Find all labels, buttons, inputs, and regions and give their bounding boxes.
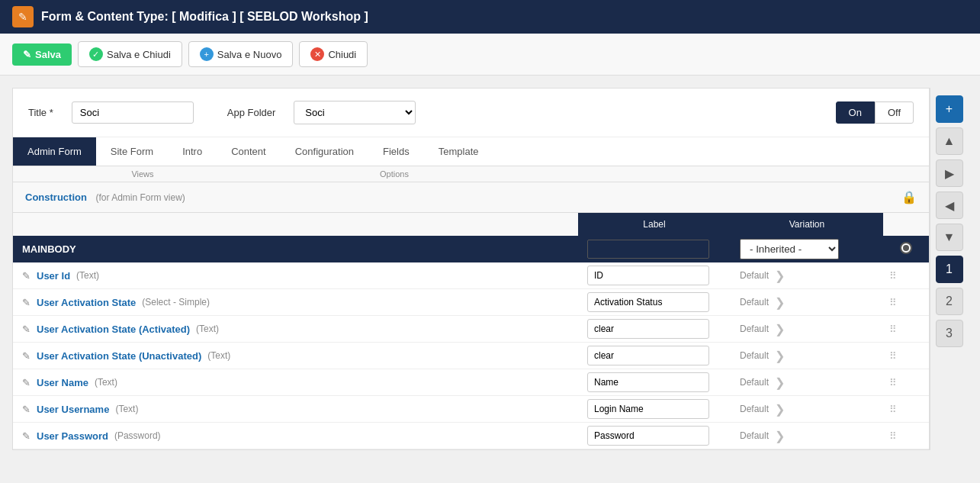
on-button[interactable]: On [836, 101, 875, 124]
move-up-button[interactable]: ▲ [936, 127, 963, 155]
table-row: ✎ User Activation State (Unactivated) (T… [13, 343, 929, 369]
row-field-type-3: (Text) [207, 350, 230, 361]
row-drag-icon-0[interactable]: ⠿ [889, 270, 897, 282]
row-edit-icon-5[interactable]: ✎ [22, 404, 31, 415]
row-drag-icon-4[interactable]: ⠿ [889, 377, 897, 388]
title-input[interactable] [72, 101, 194, 124]
row-label-input-3[interactable] [587, 346, 709, 365]
close-button[interactable]: ✕ Chiudi [299, 41, 368, 67]
row-edit-icon-6[interactable]: ✎ [22, 430, 31, 442]
row-label-cell-2 [578, 316, 731, 342]
row-edit-icon-0[interactable]: ✎ [22, 270, 31, 282]
toolbar: ✎ Salva ✓ Salva e Chiudi + Salva e Nuovo… [0, 34, 980, 76]
save-close-button[interactable]: ✓ Salva e Chiudi [78, 41, 182, 67]
move-left-button[interactable]: ◀ [936, 192, 963, 219]
mainbody-variation-select[interactable]: - Inherited - [740, 239, 839, 259]
tab-fields[interactable]: Fields [368, 137, 424, 166]
add-button[interactable]: + [936, 95, 963, 123]
row-drag-icon-3[interactable]: ⠿ [889, 350, 897, 362]
check-icon: ✓ [89, 47, 103, 61]
tab-intro[interactable]: Intro [168, 137, 217, 166]
row-edit-icon-3[interactable]: ✎ [22, 350, 31, 362]
row-label-input-1[interactable] [587, 292, 709, 312]
row-label-cell-5 [578, 396, 731, 422]
row-variation-cell-5: Default ❯ [731, 399, 883, 420]
save-button[interactable]: ✎ Salva [12, 43, 72, 66]
row-variation-text-1: Default [740, 297, 769, 308]
off-button[interactable]: Off [875, 101, 914, 124]
row-field-type-2: (Text) [196, 324, 219, 334]
move-right-button[interactable]: ▶ [936, 159, 963, 187]
row-expand-icon-2[interactable]: ❯ [775, 322, 785, 336]
tab-configuration[interactable]: Configuration [281, 137, 368, 166]
row-actions-cell-5: ⠿ [883, 401, 929, 418]
row-field-name-3: User Activation State (Unactivated) [37, 350, 201, 362]
row-expand-icon-4[interactable]: ❯ [775, 375, 785, 390]
row-expand-icon-1[interactable]: ❯ [775, 295, 785, 310]
tab-template[interactable]: Template [424, 137, 493, 166]
row-variation-text-2: Default [740, 324, 769, 334]
label-col-header: Label [578, 213, 731, 236]
row-expand-icon-3[interactable]: ❯ [775, 349, 785, 363]
row-variation-text-6: Default [740, 430, 769, 441]
app-folder-label: App Folder [227, 107, 276, 118]
center-panel: Title * App Folder Soci On Off Admin For… [12, 88, 930, 450]
row-drag-icon-6[interactable]: ⠿ [889, 430, 897, 442]
row-expand-icon-5[interactable]: ❯ [775, 402, 785, 417]
row-actions-cell-1: ⠿ [883, 294, 929, 311]
row-field-4: ✎ User Name (Text) [13, 371, 578, 394]
tab-admin-form[interactable]: Admin Form [13, 137, 96, 166]
row-edit-icon-4[interactable]: ✎ [22, 377, 31, 388]
row-edit-icon-2[interactable]: ✎ [22, 324, 31, 335]
close-icon: ✕ [310, 47, 324, 61]
row-field-type-0: (Text) [76, 270, 99, 281]
options-group-label: Options [272, 169, 516, 179]
move-down-button[interactable]: ▼ [936, 224, 963, 251]
row-label-input-2[interactable] [587, 319, 709, 339]
row-field-name-1: User Activation State [37, 297, 136, 308]
row-label-input-5[interactable] [587, 399, 709, 419]
row-actions-cell-3: ⠿ [883, 347, 929, 365]
row-actions-cell-6: ⠿ [883, 427, 929, 445]
mainbody-label-input[interactable] [587, 240, 709, 259]
table-row: ✎ User Activation State (Select - Simple… [13, 289, 929, 316]
row-field-type-5: (Text) [115, 404, 138, 414]
row-field-name-6: User Password [37, 430, 108, 442]
row-variation-text-5: Default [740, 404, 769, 414]
tabs-row: Admin Form Site Form Intro Content Confi… [13, 137, 929, 166]
variation-col-header: Variation [731, 213, 883, 236]
app-folder-select[interactable]: Soci [294, 101, 416, 124]
row-actions-cell-2: ⠿ [883, 320, 929, 338]
tab-site-form[interactable]: Site Form [96, 137, 168, 166]
row-variation-cell-3: Default ❯ [731, 346, 883, 366]
row-variation-text-4: Default [740, 377, 769, 388]
data-rows-container: ✎ User Id (Text) Default ❯ ⠿ ✎ User Acti… [13, 262, 929, 449]
row-edit-icon-1[interactable]: ✎ [22, 297, 31, 308]
row-drag-icon-5[interactable]: ⠿ [889, 404, 897, 415]
row-label-cell-4 [578, 369, 731, 395]
row-label-input-6[interactable] [587, 426, 709, 446]
save-new-button[interactable]: + Salva e Nuovo [188, 41, 294, 67]
row-variation-cell-1: Default ❯ [731, 292, 883, 313]
row-label-cell-0 [578, 262, 731, 288]
page-3-button[interactable]: 3 [936, 320, 963, 347]
row-field-2: ✎ User Activation State (Activated) (Tex… [13, 317, 578, 341]
row-expand-icon-6[interactable]: ❯ [775, 429, 785, 443]
row-expand-icon-0[interactable]: ❯ [775, 269, 785, 283]
tab-content[interactable]: Content [217, 137, 281, 166]
row-drag-icon-2[interactable]: ⠿ [889, 324, 897, 335]
row-field-type-6: (Password) [114, 430, 161, 441]
mainbody-radio[interactable] [900, 242, 912, 254]
row-field-name-0: User Id [37, 270, 70, 282]
content-wrapper: Title * App Folder Soci On Off Admin For… [0, 76, 980, 462]
tabs-section: Admin Form Site Form Intro Content Confi… [13, 137, 929, 182]
page-1-button[interactable]: 1 [936, 256, 963, 283]
row-field-name-4: User Name [37, 377, 88, 388]
table-row: ✎ User Id (Text) Default ❯ ⠿ [13, 262, 929, 289]
row-drag-icon-1[interactable]: ⠿ [889, 297, 897, 308]
row-label-input-0[interactable] [587, 266, 709, 285]
field-col-header [13, 213, 578, 236]
row-label-input-4[interactable] [587, 372, 709, 392]
row-label-cell-3 [578, 343, 731, 369]
page-2-button[interactable]: 2 [936, 288, 963, 315]
